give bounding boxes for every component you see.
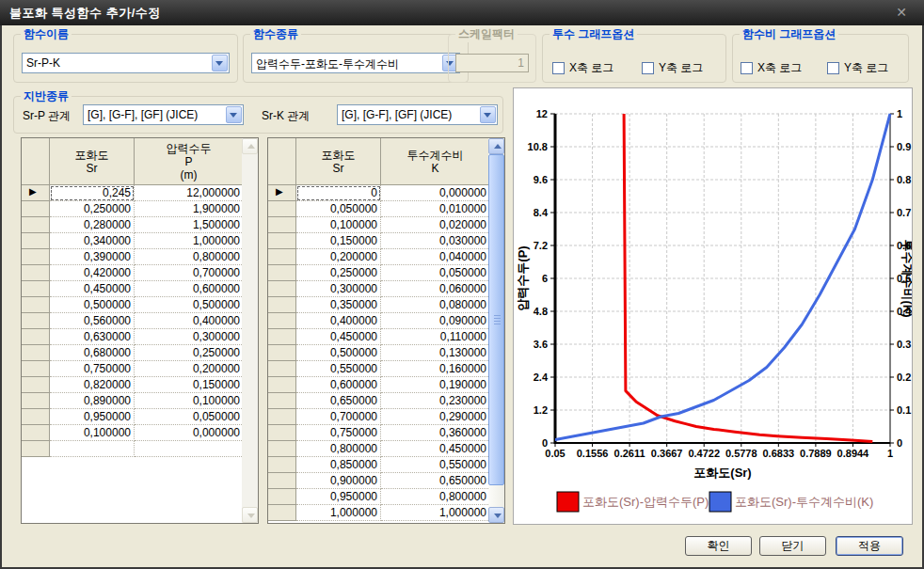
- table-cell[interactable]: 0,300000: [296, 281, 381, 297]
- row-header-cell[interactable]: [268, 297, 296, 313]
- table-cell[interactable]: 0,360000: [381, 425, 490, 441]
- srp-relation-combo[interactable]: [G], [G-F], [GF] (JICE): [83, 104, 244, 125]
- table-row[interactable]: 0,5000000,130000: [268, 345, 490, 361]
- table-cell[interactable]: 0,020000: [381, 217, 490, 233]
- table-cell[interactable]: 0,050000: [135, 409, 244, 425]
- table-cell[interactable]: 0,200000: [135, 361, 244, 377]
- row-header-cell[interactable]: [22, 297, 50, 313]
- table-cell[interactable]: 0,280000: [50, 217, 135, 233]
- table-cell[interactable]: 0,820000: [50, 377, 135, 393]
- row-header-cell[interactable]: [22, 441, 50, 457]
- table-cell[interactable]: 0,250000: [296, 265, 381, 281]
- table-cell[interactable]: 0,100000: [50, 425, 135, 441]
- table-row[interactable]: 0,8900000,100000: [22, 393, 244, 409]
- table-cell[interactable]: 0,010000: [381, 201, 490, 217]
- row-header-cell[interactable]: ▶: [22, 185, 50, 201]
- table-cell[interactable]: 0,290000: [381, 409, 490, 425]
- table-row[interactable]: 0,1500000,030000: [268, 233, 490, 249]
- row-header-cell[interactable]: [268, 313, 296, 329]
- table-cell[interactable]: 0,130000: [381, 345, 490, 361]
- table-cell[interactable]: 0,400000: [135, 313, 244, 329]
- row-header-cell[interactable]: [22, 361, 50, 377]
- table-cell[interactable]: 0,050000: [296, 201, 381, 217]
- row-header-cell[interactable]: [22, 409, 50, 425]
- row-header-cell[interactable]: [268, 201, 296, 217]
- row-header-cell[interactable]: [22, 265, 50, 281]
- table-cell[interactable]: 0,190000: [381, 377, 490, 393]
- table-row[interactable]: 0,9500000,800000: [268, 489, 490, 505]
- table-cell[interactable]: 0,850000: [296, 457, 381, 473]
- table-row[interactable]: 0,2500001,900000: [22, 201, 244, 217]
- checkbox-icon[interactable]: [642, 62, 654, 74]
- table-row[interactable]: 0,4000000,090000: [268, 313, 490, 329]
- table-row[interactable]: 0,6800000,250000: [22, 345, 244, 361]
- srk-table[interactable]: 포화도 Sr투수계수비 K▶00,0000000,0500000,0100000…: [267, 137, 505, 524]
- table-row[interactable]: 0,2000000,040000: [268, 249, 490, 265]
- table-cell[interactable]: 0,040000: [381, 249, 490, 265]
- table-cell[interactable]: 0,750000: [296, 425, 381, 441]
- table-cell[interactable]: 0,950000: [50, 409, 135, 425]
- table-cell[interactable]: 0,450000: [50, 281, 135, 297]
- scrollbar-thumb[interactable]: [488, 154, 504, 485]
- ratio-y-log-checkbox-row[interactable]: Y축 로그: [827, 60, 888, 76]
- table-row[interactable]: 0,5500000,160000: [268, 361, 490, 377]
- table-cell[interactable]: 0,400000: [296, 313, 381, 329]
- table-row[interactable]: 0,1000000,000000: [22, 425, 244, 441]
- table-cell[interactable]: 0,680000: [50, 345, 135, 361]
- table-cell[interactable]: 0,700000: [135, 265, 244, 281]
- table-cell[interactable]: 0,600000: [135, 281, 244, 297]
- perm-x-log-checkbox-row[interactable]: X축 로그: [552, 60, 613, 76]
- table-row[interactable]: 0,6500000,230000: [268, 393, 490, 409]
- table-cell[interactable]: 0,900000: [296, 473, 381, 489]
- table-row[interactable]: 0,3900000,800000: [22, 249, 244, 265]
- table-cell[interactable]: 0,080000: [381, 297, 490, 313]
- table-row[interactable]: 0,9500000,050000: [22, 409, 244, 425]
- scroll-up-button[interactable]: [242, 138, 258, 154]
- table-cell[interactable]: 0,060000: [381, 281, 490, 297]
- table-cell[interactable]: 1,000000: [135, 233, 244, 249]
- row-header-cell[interactable]: [22, 217, 50, 233]
- table-cell[interactable]: 0,650000: [381, 473, 490, 489]
- table-row[interactable]: 0,4500000,110000: [268, 329, 490, 345]
- table-row[interactable]: 0,9000000,650000: [268, 473, 490, 489]
- table-row[interactable]: 0,8500000,550000: [268, 457, 490, 473]
- table-row[interactable]: 0,7000000,290000: [268, 409, 490, 425]
- table-cell[interactable]: 0,000000: [381, 185, 490, 201]
- table-row[interactable]: 0,8000000,450000: [268, 441, 490, 457]
- table-cell[interactable]: 0,390000: [50, 249, 135, 265]
- table-cell[interactable]: 0,450000: [381, 441, 490, 457]
- row-header-cell[interactable]: ▶: [268, 185, 296, 201]
- function-type-combo[interactable]: 압력수두-포화도-투수계수비: [251, 53, 460, 73]
- table-cell[interactable]: 1,000000: [296, 505, 381, 521]
- table-cell[interactable]: 0,300000: [135, 329, 244, 345]
- srp-table[interactable]: 포화도 Sr압력수두 P (m)▶0,24512,0000000,2500001…: [21, 137, 259, 524]
- table-row[interactable]: 0,7500000,200000: [22, 361, 244, 377]
- table-cell[interactable]: 0,100000: [135, 393, 244, 409]
- row-header-cell[interactable]: [22, 249, 50, 265]
- checkbox-icon[interactable]: [827, 62, 839, 74]
- checkbox-icon[interactable]: [741, 62, 753, 74]
- table-cell[interactable]: 0,800000: [135, 249, 244, 265]
- row-header-cell[interactable]: [268, 457, 296, 473]
- row-header-cell[interactable]: [268, 265, 296, 281]
- table-cell[interactable]: 0,110000: [381, 329, 490, 345]
- row-header-cell[interactable]: [268, 233, 296, 249]
- table-row[interactable]: 0,3500000,080000: [268, 297, 490, 313]
- row-header-cell[interactable]: [268, 425, 296, 441]
- row-header-cell[interactable]: [268, 361, 296, 377]
- row-header-cell[interactable]: [268, 377, 296, 393]
- table-row[interactable]: 0,2500000,050000: [268, 265, 490, 281]
- table-cell[interactable]: 1,500000: [135, 217, 244, 233]
- table-row[interactable]: 0,4200000,700000: [22, 265, 244, 281]
- row-header-cell[interactable]: [22, 313, 50, 329]
- table-cell[interactable]: 0,150000: [296, 233, 381, 249]
- row-header-cell[interactable]: [268, 217, 296, 233]
- scroll-up-button[interactable]: [488, 138, 504, 154]
- table-row[interactable]: 0,0500000,010000: [268, 201, 490, 217]
- table-cell[interactable]: 0,550000: [381, 457, 490, 473]
- table-cell[interactable]: 0,250000: [50, 201, 135, 217]
- srp-table-grid[interactable]: 포화도 Sr압력수두 P (m)▶0,24512,0000000,2500001…: [22, 138, 244, 457]
- table-cell[interactable]: 0,800000: [296, 441, 381, 457]
- table-cell[interactable]: 0,560000: [50, 313, 135, 329]
- close-button[interactable]: 닫기: [759, 536, 826, 556]
